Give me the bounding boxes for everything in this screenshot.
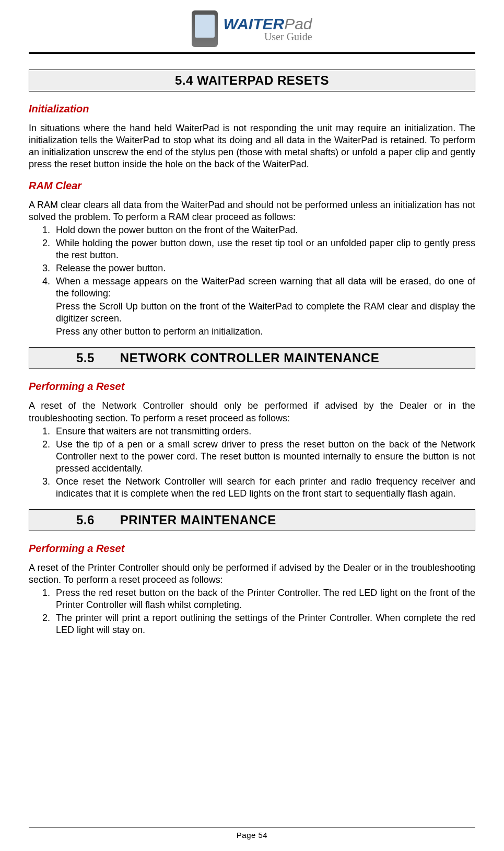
list-item: Use the tip of a pen or a small screw dr… xyxy=(53,439,475,475)
logo-title-main: WAITER xyxy=(223,15,284,32)
page-number: Page 54 xyxy=(29,831,475,840)
section-5-6-heading: 5.6 PRINTER MAINTENANCE xyxy=(29,509,475,531)
section-5-5-heading: 5.5 NETWORK CONTROLLER MAINTENANCE xyxy=(29,347,475,369)
list-item: Ensure that waiters are not transmitting… xyxy=(53,426,475,438)
list-item: Release the power button. xyxy=(53,262,475,274)
list-item: Hold down the power button on the front … xyxy=(53,224,475,236)
list-item: The printer will print a report outlinin… xyxy=(53,612,475,636)
logo-text: WAITERPad User Guide xyxy=(223,15,312,43)
reset-55-list: Ensure that waiters are not transmitting… xyxy=(29,426,475,500)
reset-56-intro: A reset of the Printer Controller should… xyxy=(29,562,475,586)
ram-clear-heading: RAM Clear xyxy=(29,180,475,192)
footer-rule xyxy=(29,827,475,827)
initialization-heading: Initialization xyxy=(29,103,475,115)
list-item: Press the red reset button on the back o… xyxy=(53,587,475,611)
logo-block: WAITERPad User Guide xyxy=(192,10,312,47)
header-rule xyxy=(29,52,475,54)
device-icon xyxy=(192,10,218,47)
list-item-line: Press the Scroll Up button on the front … xyxy=(56,301,475,325)
list-item: While holding the power button down, use… xyxy=(53,237,475,261)
reset-55-intro: A reset of the Network Controller should… xyxy=(29,400,475,424)
section-5-4-heading: 5.4 WAITERPAD RESETS xyxy=(29,70,475,91)
list-item: When a message appears on the WaiterPad … xyxy=(53,275,475,338)
ram-clear-intro: A RAM clear clears all data from the Wai… xyxy=(29,199,475,223)
performing-reset-heading-55: Performing a Reset xyxy=(29,381,475,393)
reset-56-list: Press the red reset button on the back o… xyxy=(29,587,475,636)
list-item-line: When a message appears on the WaiterPad … xyxy=(56,275,475,300)
initialization-para: In situations where the hand held Waiter… xyxy=(29,122,475,170)
performing-reset-heading-56: Performing a Reset xyxy=(29,543,475,555)
list-item: Once reset the Network Controller will s… xyxy=(53,476,475,500)
logo-title: WAITERPad xyxy=(223,15,312,33)
logo-title-pad: Pad xyxy=(284,15,312,32)
ram-clear-list: Hold down the power button on the front … xyxy=(29,224,475,338)
document-page: WAITERPad User Guide 5.4 WAITERPAD RESET… xyxy=(0,0,504,851)
page-header: WAITERPad User Guide xyxy=(29,10,475,49)
list-item-line: Press any other button to perform an ini… xyxy=(56,326,475,338)
page-footer: Page 54 xyxy=(29,827,475,840)
